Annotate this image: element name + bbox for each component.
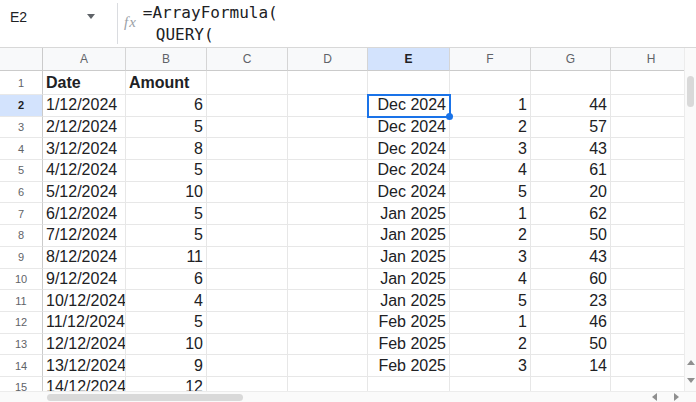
vertical-scrollbar[interactable] <box>684 48 696 391</box>
cell-F14[interactable]: 3 <box>450 355 531 377</box>
cell-E11[interactable]: Jan 2025 <box>368 290 450 312</box>
horizontal-scrollbar-thumb[interactable] <box>47 394 243 401</box>
cell-F8[interactable]: 2 <box>450 225 531 247</box>
cell-A13[interactable]: 12/12/2024 <box>43 334 126 356</box>
cell-G12[interactable]: 46 <box>531 312 611 334</box>
cell-D2[interactable] <box>288 95 368 117</box>
cell-F4[interactable]: 3 <box>450 138 531 160</box>
cell-A10[interactable]: 9/12/2024 <box>43 269 126 291</box>
cell-A12[interactable]: 11/12/2024 <box>43 312 126 334</box>
cell-D4[interactable] <box>288 138 368 160</box>
cell-H10[interactable] <box>611 269 692 291</box>
cell-A8[interactable]: 7/12/2024 <box>43 225 126 247</box>
cell-F7[interactable]: 1 <box>450 203 531 225</box>
row-header-7[interactable]: 7 <box>0 203 43 225</box>
row-header-11[interactable]: 11 <box>0 290 43 312</box>
cell-G3[interactable]: 57 <box>531 117 611 139</box>
cell-C1[interactable] <box>207 71 288 95</box>
cell-A14[interactable]: 13/12/2024 <box>43 355 126 377</box>
cell-E2[interactable]: Dec 2024 <box>368 95 450 117</box>
cell-E9[interactable]: Jan 2025 <box>368 247 450 269</box>
cell-G1[interactable] <box>531 71 611 95</box>
cell-H14[interactable] <box>611 355 692 377</box>
cell-C2[interactable] <box>207 95 288 117</box>
cell-E5[interactable]: Dec 2024 <box>368 160 450 182</box>
cell-H9[interactable] <box>611 247 692 269</box>
cell-C10[interactable] <box>207 269 288 291</box>
cell-E13[interactable]: Feb 2025 <box>368 334 450 356</box>
cell-C8[interactable] <box>207 225 288 247</box>
cell-B11[interactable]: 4 <box>126 290 207 312</box>
cell-G7[interactable]: 62 <box>531 203 611 225</box>
cell-G10[interactable]: 60 <box>531 269 611 291</box>
cell-H8[interactable] <box>611 225 692 247</box>
cell-H6[interactable] <box>611 182 692 204</box>
cell-E6[interactable]: Dec 2024 <box>368 182 450 204</box>
cell-G5[interactable]: 61 <box>531 160 611 182</box>
scroll-right-icon[interactable] <box>674 393 679 401</box>
cell-D7[interactable] <box>288 203 368 225</box>
cell-F2[interactable]: 1 <box>450 95 531 117</box>
cell-E10[interactable]: Jan 2025 <box>368 269 450 291</box>
cell-D14[interactable] <box>288 355 368 377</box>
cell-H4[interactable] <box>611 138 692 160</box>
cell-A3[interactable]: 2/12/2024 <box>43 117 126 139</box>
cell-H2[interactable] <box>611 95 692 117</box>
vertical-scrollbar-thumb[interactable] <box>687 76 694 107</box>
scroll-up-icon[interactable] <box>687 360 695 365</box>
cell-B6[interactable]: 10 <box>126 182 207 204</box>
cell-B10[interactable]: 6 <box>126 269 207 291</box>
row-header-10[interactable]: 10 <box>0 269 43 291</box>
cell-G8[interactable]: 50 <box>531 225 611 247</box>
cell-B5[interactable]: 5 <box>126 160 207 182</box>
cell-B2[interactable]: 6 <box>126 95 207 117</box>
cell-A1[interactable]: Date <box>43 71 126 95</box>
row-header-12[interactable]: 12 <box>0 312 43 334</box>
cell-C9[interactable] <box>207 247 288 269</box>
cell-H11[interactable] <box>611 290 692 312</box>
name-box-dropdown-icon[interactable] <box>87 14 95 19</box>
cell-C6[interactable] <box>207 182 288 204</box>
cell-D10[interactable] <box>288 269 368 291</box>
cell-B12[interactable]: 5 <box>126 312 207 334</box>
cell-B9[interactable]: 11 <box>126 247 207 269</box>
cell-F6[interactable]: 5 <box>450 182 531 204</box>
cell-H1[interactable] <box>611 71 692 95</box>
column-header-H[interactable]: H <box>611 48 692 71</box>
row-header-1[interactable]: 1 <box>0 71 43 95</box>
cell-D6[interactable] <box>288 182 368 204</box>
cell-G11[interactable]: 23 <box>531 290 611 312</box>
row-header-13[interactable]: 13 <box>0 334 43 356</box>
row-header-5[interactable]: 5 <box>0 160 43 182</box>
column-header-B[interactable]: B <box>126 48 207 71</box>
cell-E4[interactable]: Dec 2024 <box>368 138 450 160</box>
cell-B13[interactable]: 10 <box>126 334 207 356</box>
cell-A11[interactable]: 10/12/2024 <box>43 290 126 312</box>
cell-A5[interactable]: 4/12/2024 <box>43 160 126 182</box>
cell-C13[interactable] <box>207 334 288 356</box>
cell-G14[interactable]: 14 <box>531 355 611 377</box>
cell-H12[interactable] <box>611 312 692 334</box>
cell-D13[interactable] <box>288 334 368 356</box>
cell-C7[interactable] <box>207 203 288 225</box>
cell-C3[interactable] <box>207 117 288 139</box>
cell-H3[interactable] <box>611 117 692 139</box>
cell-B7[interactable]: 5 <box>126 203 207 225</box>
cell-C12[interactable] <box>207 312 288 334</box>
cell-A2[interactable]: 1/12/2024 <box>43 95 126 117</box>
cell-G4[interactable]: 43 <box>531 138 611 160</box>
cell-A9[interactable]: 8/12/2024 <box>43 247 126 269</box>
row-header-8[interactable]: 8 <box>0 225 43 247</box>
cell-A7[interactable]: 6/12/2024 <box>43 203 126 225</box>
cell-F11[interactable]: 5 <box>450 290 531 312</box>
column-header-C[interactable]: C <box>207 48 288 71</box>
cell-F12[interactable]: 1 <box>450 312 531 334</box>
column-header-E[interactable]: E <box>368 48 450 71</box>
name-box[interactable]: E2 <box>0 0 117 47</box>
scroll-down-icon[interactable] <box>687 378 695 383</box>
cell-B4[interactable]: 8 <box>126 138 207 160</box>
cell-E14[interactable]: Feb 2025 <box>368 355 450 377</box>
cell-B1[interactable]: Amount <box>126 71 207 95</box>
cell-D5[interactable] <box>288 160 368 182</box>
cell-C11[interactable] <box>207 290 288 312</box>
